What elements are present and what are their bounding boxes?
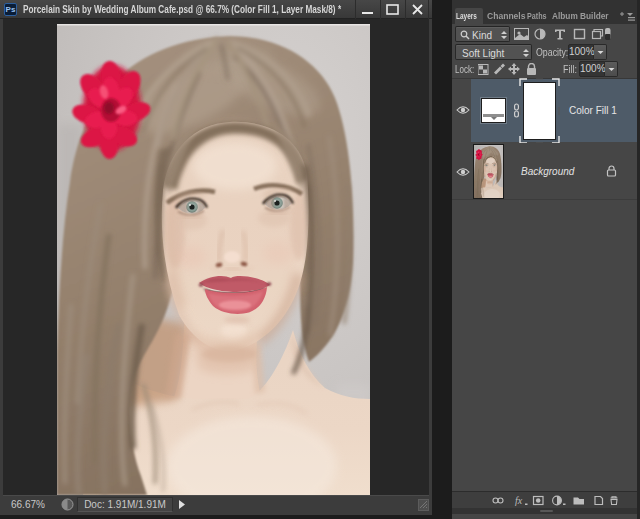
svg-text:fx: fx bbox=[515, 495, 523, 506]
